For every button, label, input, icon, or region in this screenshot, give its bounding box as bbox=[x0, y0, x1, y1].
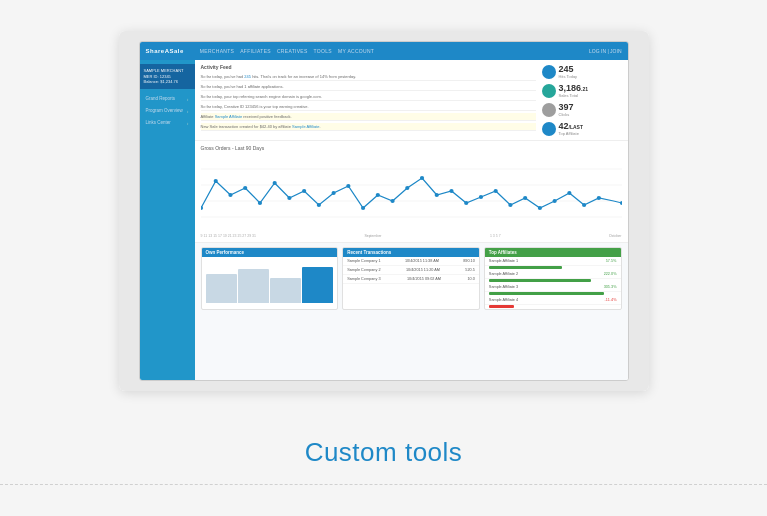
nav-affiliates: AFFILIATES bbox=[240, 48, 271, 54]
dashboard-nav: ShareASale MERCHANTS AFFILIATES CREATIVE… bbox=[140, 42, 628, 60]
affiliate-percent: 305.3% bbox=[604, 285, 617, 289]
stat-label-hits: Hits Today bbox=[559, 74, 578, 79]
affiliate-name: Sample Affiliate 4 bbox=[489, 298, 518, 302]
transaction-row: Sample Company 1 10/4/2015 11:38 AM 890.… bbox=[343, 257, 479, 266]
stat-label-clicks: Clicks bbox=[559, 112, 574, 117]
activity-item-highlight: New Sale transaction created for $42.40 … bbox=[201, 123, 536, 131]
perf-bar-active bbox=[302, 267, 333, 303]
svg-point-15 bbox=[360, 206, 364, 210]
svg-point-18 bbox=[405, 186, 409, 190]
chart-label-month-oct: October bbox=[609, 234, 621, 238]
nav-items: MERCHANTS AFFILIATES CREATIVES TOOLS MY … bbox=[200, 48, 374, 54]
stat-affiliate: 42/LAST Top Affiliate bbox=[542, 121, 622, 136]
affiliate-bar bbox=[489, 279, 591, 282]
activity-title: Activity Feed bbox=[201, 64, 536, 70]
affiliate-row: Sample Affiliate 4 -11.4% bbox=[485, 296, 621, 305]
svg-point-19 bbox=[419, 176, 423, 180]
performance-header: Own Performance bbox=[202, 248, 338, 257]
affiliate-row: Sample Affiliate 2 222.0% bbox=[485, 270, 621, 279]
svg-point-7 bbox=[243, 186, 247, 190]
bottom-divider bbox=[0, 484, 767, 485]
stat-icon-blue2 bbox=[542, 122, 556, 136]
stat-hits: 245 Hits Today bbox=[542, 64, 622, 79]
transaction-row: Sample Company 2 10/4/2015 11:20 AM 520.… bbox=[343, 266, 479, 275]
chart-area bbox=[201, 153, 622, 233]
activity-section: Activity Feed So far today, you've had 2… bbox=[195, 60, 628, 141]
chart-label-month-sep: September bbox=[364, 234, 381, 238]
svg-point-32 bbox=[619, 201, 621, 205]
screenshot-card: ShareASale MERCHANTS AFFILIATES CREATIVE… bbox=[119, 31, 649, 391]
svg-point-6 bbox=[228, 193, 232, 197]
chart-labels: 9 11 13 15 17 19 21 23 25 27 29 31 Septe… bbox=[201, 234, 622, 238]
svg-point-5 bbox=[213, 179, 217, 183]
chart-title: Gross Orders - Last 90 Days bbox=[201, 145, 622, 151]
transaction-row: Sample Company 3 10/4/2015 09:02 AM 10.0 bbox=[343, 275, 479, 284]
affiliate-percent: 57.5% bbox=[606, 259, 617, 263]
sidebar-item-reports: Grand Reports › bbox=[140, 93, 195, 105]
stat-label-sales: Sales Total bbox=[559, 93, 588, 98]
affiliate-percent: 222.0% bbox=[604, 272, 617, 276]
dashboard-content: Activity Feed So far today, you've had 2… bbox=[195, 60, 628, 380]
transactions-panel: Recent Transactions Sample Company 1 10/… bbox=[342, 247, 480, 310]
transaction-name: Sample Company 3 bbox=[347, 277, 380, 281]
activity-item-highlight: Affiliate Sample Affiliate received posi… bbox=[201, 113, 536, 121]
sidebar-item-overview: Program Overview › bbox=[140, 105, 195, 117]
screenshot-container: ShareASale MERCHANTS AFFILIATES CREATIVE… bbox=[119, 31, 649, 391]
affiliate-bar bbox=[489, 292, 604, 295]
affiliate-bar bbox=[489, 305, 515, 308]
svg-point-28 bbox=[552, 199, 556, 203]
transaction-amount: 520.5 bbox=[465, 268, 475, 272]
transaction-date: 10/4/2015 11:20 AM bbox=[406, 268, 440, 272]
stat-number-sales: 3,186.21 bbox=[559, 83, 588, 93]
svg-point-20 bbox=[434, 193, 438, 197]
perf-bar bbox=[238, 269, 269, 303]
stat-clicks: 397 Clicks bbox=[542, 102, 622, 117]
nav-creatives: CREATIVES bbox=[277, 48, 308, 54]
performance-panel: Own Performance bbox=[201, 247, 339, 310]
svg-point-14 bbox=[346, 184, 350, 188]
nav-login: LOG IN | JOIN bbox=[589, 48, 621, 54]
nav-myaccount: MY ACCOUNT bbox=[338, 48, 374, 54]
sidebar-brand-text: SAMPLE MERCHANT MER ID: 12345 Balance: $… bbox=[144, 68, 191, 85]
svg-point-16 bbox=[375, 193, 379, 197]
perf-chart bbox=[202, 257, 338, 307]
bottom-panels: Own Performance Recent Transactions bbox=[195, 243, 628, 314]
svg-point-10 bbox=[287, 196, 291, 200]
svg-point-4 bbox=[201, 206, 203, 210]
dashboard-logo: ShareASale bbox=[146, 48, 184, 54]
svg-point-25 bbox=[508, 203, 512, 207]
dashboard-main: SAMPLE MERCHANT MER ID: 12345 Balance: $… bbox=[140, 60, 628, 380]
svg-point-26 bbox=[523, 196, 527, 200]
line-chart-svg bbox=[201, 153, 622, 233]
svg-point-31 bbox=[596, 196, 600, 200]
stats-panel: 245 Hits Today 3,186.21 Sales Total bbox=[542, 64, 622, 136]
sidebar-item-links: Links Center › bbox=[140, 117, 195, 129]
affiliate-percent: -11.4% bbox=[604, 298, 616, 302]
activity-item: So far today, you've had 245 hits. That'… bbox=[201, 73, 536, 81]
transaction-date: 10/4/2015 09:02 AM bbox=[407, 277, 441, 281]
activity-feed: Activity Feed So far today, you've had 2… bbox=[201, 64, 536, 136]
activity-item: So far today, Creative ID 123456 is your… bbox=[201, 103, 536, 111]
stat-sales: 3,186.21 Sales Total bbox=[542, 83, 622, 98]
svg-point-22 bbox=[464, 201, 468, 205]
dashboard-mockup: ShareASale MERCHANTS AFFILIATES CREATIVE… bbox=[139, 41, 629, 381]
stat-label-affiliate: Top Affiliate bbox=[559, 131, 583, 136]
affiliate-name: Sample Affiliate 2 bbox=[489, 272, 518, 276]
perf-bar bbox=[206, 274, 237, 303]
stat-icon-teal bbox=[542, 84, 556, 98]
affiliates-panel: Top Affiliates Sample Affiliate 1 57.5% … bbox=[484, 247, 622, 310]
activity-item: So far today, your top referring search … bbox=[201, 93, 536, 101]
svg-point-8 bbox=[257, 201, 261, 205]
title-area: Custom tools bbox=[305, 419, 463, 484]
svg-point-27 bbox=[537, 206, 541, 210]
svg-point-21 bbox=[449, 189, 453, 193]
svg-point-30 bbox=[582, 203, 586, 207]
svg-point-12 bbox=[316, 203, 320, 207]
transaction-name: Sample Company 1 bbox=[347, 259, 380, 263]
svg-point-13 bbox=[331, 191, 335, 195]
chart-label-numbers: 9 11 13 15 17 19 21 23 25 27 29 31 bbox=[201, 234, 256, 238]
transactions-header: Recent Transactions bbox=[343, 248, 479, 257]
affiliates-header: Top Affiliates bbox=[485, 248, 621, 257]
affiliate-row: Sample Affiliate 3 305.3% bbox=[485, 283, 621, 292]
svg-point-23 bbox=[478, 195, 482, 199]
